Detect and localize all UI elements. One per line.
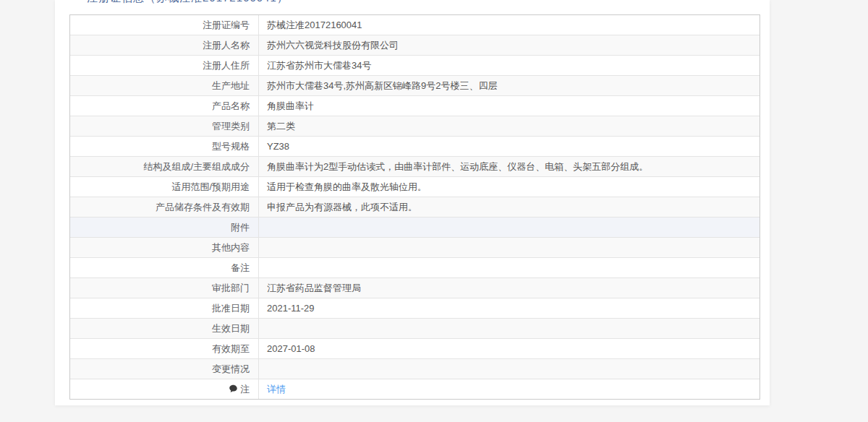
row-label-text: 注册人名称 — [203, 40, 250, 51]
row-label: 产品储存条件及有效期 — [70, 197, 259, 217]
row-label-text: 产品名称 — [212, 100, 250, 111]
row-label: 批准日期 — [70, 298, 259, 318]
row-value: 申报产品为有源器械，此项不适用。 — [259, 197, 760, 217]
row-label-text: 生效日期 — [212, 323, 250, 334]
row-label-text: 注 — [240, 384, 250, 395]
row-value: 第二类 — [259, 116, 760, 136]
row-label: 注册人住所 — [70, 56, 259, 75]
row-label: 注册人名称 — [70, 35, 259, 55]
row-label-text: 附件 — [231, 222, 250, 233]
row-label: 注 — [70, 379, 259, 399]
row-label: 生产地址 — [70, 76, 259, 95]
row-label-text: 其他内容 — [212, 242, 250, 253]
table-row: 生产地址 苏州市大儒巷34号,苏州高新区锦峰路9号2号楼三、四层 — [70, 76, 760, 96]
row-label-text: 注册人住所 — [203, 60, 250, 71]
row-label: 其他内容 — [70, 238, 259, 257]
row-label-text: 批准日期 — [212, 303, 250, 314]
row-label-text: 产品储存条件及有效期 — [156, 202, 250, 212]
table-row: 生效日期 — [70, 319, 760, 339]
row-label: 型号规格 — [70, 137, 259, 156]
row-value — [259, 218, 760, 237]
table-row: 变更情况 — [70, 359, 760, 379]
content-card: 注册证信息（苏械注准20172160041） 注册证编号 苏械注准2017216… — [55, 0, 770, 405]
row-label-text: 管理类别 — [212, 121, 250, 132]
table-row: 附件 — [70, 218, 760, 238]
table-row: 批准日期 2021-11-29 — [70, 298, 760, 319]
row-label-text: 备注 — [231, 262, 250, 273]
table-row: 注册人名称 苏州六六视觉科技股份有限公司 — [70, 35, 760, 56]
table-row: 适用范围/预期用途 适用于检查角膜的曲率及散光轴位用。 — [70, 177, 760, 197]
row-label-text: 有效期至 — [212, 343, 250, 354]
row-label: 结构及组成/主要组成成分 — [70, 157, 259, 176]
row-value: 角膜曲率计为2型手动估读式，由曲率计部件、运动底座、仪器台、电箱、头架五部分组成… — [259, 157, 760, 176]
row-label-text: 生产地址 — [212, 80, 250, 91]
row-label-text: 型号规格 — [212, 141, 250, 152]
row-label: 附件 — [70, 218, 259, 237]
row-label-text: 结构及组成/主要组成成分 — [143, 161, 250, 172]
table-row: 管理类别 第二类 — [70, 116, 760, 137]
table-row: 结构及组成/主要组成成分 角膜曲率计为2型手动估读式，由曲率计部件、运动底座、仪… — [70, 157, 760, 177]
row-value: 详情 — [259, 379, 760, 399]
row-label: 产品名称 — [70, 96, 259, 116]
row-label-text: 适用范围/预期用途 — [171, 181, 250, 192]
row-label-text: 注册证编号 — [203, 20, 250, 30]
table-row: 产品储存条件及有效期 申报产品为有源器械，此项不适用。 — [70, 197, 760, 218]
table-row: 型号规格 YZ38 — [70, 137, 760, 157]
registration-table: 注册证编号 苏械注准20172160041 注册人名称 苏州六六视觉科技股份有限… — [69, 14, 760, 400]
table-row: 其他内容 — [70, 238, 760, 258]
row-value: 苏械注准20172160041 — [259, 15, 760, 35]
row-value — [259, 319, 760, 338]
row-label: 变更情况 — [70, 359, 259, 379]
row-value — [259, 359, 760, 379]
row-value: 2021-11-29 — [259, 298, 760, 318]
row-label: 适用范围/预期用途 — [70, 177, 259, 197]
comment-icon — [229, 384, 238, 393]
table-row: 审批部门 江苏省药品监督管理局 — [70, 278, 760, 298]
row-label-text: 审批部门 — [212, 283, 250, 293]
row-label: 管理类别 — [70, 116, 259, 136]
table-row: 注 详情 — [70, 379, 760, 399]
row-label: 审批部门 — [70, 278, 259, 298]
table-row: 备注 — [70, 258, 760, 278]
table-row: 注册证编号 苏械注准20172160041 — [70, 15, 760, 35]
row-label: 备注 — [70, 258, 259, 277]
row-value: 苏州六六视觉科技股份有限公司 — [259, 35, 760, 55]
row-value: 适用于检查角膜的曲率及散光轴位用。 — [259, 177, 760, 197]
row-label-text: 变更情况 — [212, 363, 250, 374]
clipped-heading-text: 注册证信息（苏械注准20172160041） — [87, 0, 593, 4]
row-value: 江苏省苏州市大儒巷34号 — [259, 56, 760, 75]
row-label: 注册证编号 — [70, 15, 259, 35]
row-value: YZ38 — [259, 137, 760, 156]
table-row: 产品名称 角膜曲率计 — [70, 96, 760, 116]
row-value — [259, 238, 760, 257]
detail-link[interactable]: 详情 — [267, 384, 286, 395]
row-value: 江苏省药品监督管理局 — [259, 278, 760, 298]
table-row: 注册人住所 江苏省苏州市大儒巷34号 — [70, 56, 760, 76]
row-label: 有效期至 — [70, 339, 259, 358]
row-value — [259, 258, 760, 277]
clipped-heading: 注册证信息（苏械注准20172160041） — [87, 0, 593, 5]
row-label: 生效日期 — [70, 319, 259, 338]
table-row: 有效期至 2027-01-08 — [70, 339, 760, 359]
row-value: 角膜曲率计 — [259, 96, 760, 116]
row-value: 苏州市大儒巷34号,苏州高新区锦峰路9号2号楼三、四层 — [259, 76, 760, 95]
row-value: 2027-01-08 — [259, 339, 760, 358]
